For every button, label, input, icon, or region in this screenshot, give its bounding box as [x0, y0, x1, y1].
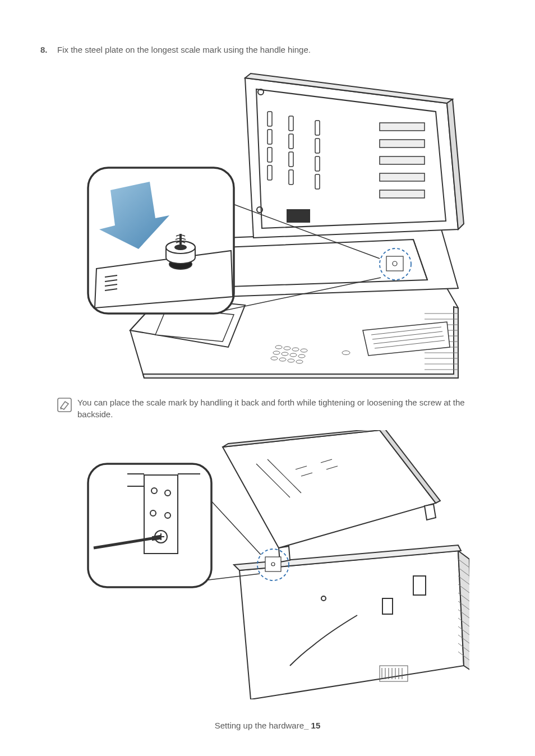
svg-rect-43	[380, 140, 425, 147]
step-text: Fix the steel plate on the longest scale…	[57, 44, 311, 56]
svg-rect-44	[380, 156, 425, 164]
svg-rect-46	[380, 190, 425, 198]
figure-1	[40, 67, 495, 386]
figure-2	[40, 430, 495, 699]
svg-rect-33	[268, 165, 272, 180]
note-icon	[57, 398, 72, 414]
footer-section: Setting up the hardware	[215, 721, 304, 730]
svg-rect-81	[413, 576, 426, 595]
svg-point-53	[393, 261, 397, 266]
note-row: You can place the scale mark by handling…	[57, 397, 495, 420]
svg-rect-66	[58, 398, 71, 412]
svg-rect-41	[315, 174, 320, 189]
svg-rect-37	[289, 170, 293, 185]
printer-back-screw-diagram	[66, 430, 469, 699]
svg-rect-38	[315, 121, 320, 135]
svg-rect-42	[380, 123, 425, 131]
svg-rect-32	[268, 147, 272, 162]
svg-rect-34	[289, 116, 293, 131]
svg-rect-40	[315, 156, 320, 171]
svg-rect-39	[315, 139, 320, 153]
step-number: 8.	[40, 45, 52, 54]
step-8-row: 8. Fix the steel plate on the longest sc…	[40, 44, 495, 56]
footer-page-number: 15	[311, 721, 321, 730]
printer-open-lid-diagram	[66, 67, 469, 386]
svg-line-67	[61, 408, 61, 409]
manual-page: 8. Fix the steel plate on the longest sc…	[0, 0, 535, 756]
svg-rect-35	[289, 134, 293, 149]
svg-point-99	[271, 563, 275, 566]
svg-rect-49	[287, 210, 310, 222]
note-text: You can place the scale mark by handling…	[77, 397, 495, 420]
svg-rect-31	[268, 130, 272, 144]
svg-point-64	[175, 245, 186, 250]
svg-rect-36	[289, 152, 293, 167]
page-footer: Setting up the hardware_ 15	[0, 721, 535, 730]
svg-rect-45	[380, 173, 425, 181]
svg-rect-30	[268, 112, 272, 126]
footer-separator: _	[304, 721, 308, 730]
svg-rect-82	[382, 598, 393, 614]
